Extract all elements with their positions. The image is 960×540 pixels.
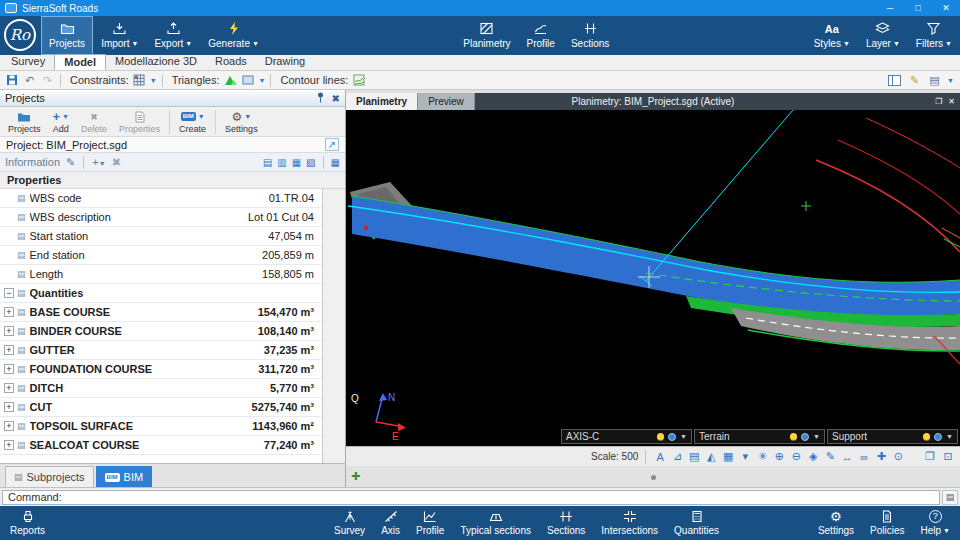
- zoom-out-icon[interactable]: ⊖: [789, 450, 803, 463]
- property-row-end-station[interactable]: ▤ End station 205,859 m: [0, 246, 322, 265]
- property-row-wbs-description[interactable]: ▤ WBS description Lot 01 Cut 04: [0, 208, 322, 227]
- tab-preview[interactable]: Preview: [418, 93, 475, 110]
- close-button[interactable]: ✕: [932, 0, 960, 16]
- property-row-quantities[interactable]: − ▤ Quantities: [0, 284, 322, 303]
- open-project-icon[interactable]: ↗: [325, 138, 339, 151]
- expand-icon[interactable]: +: [4, 421, 14, 431]
- measure-icon[interactable]: ⊿: [670, 450, 684, 463]
- property-row-cut[interactable]: + ▤ CUT 5275,740 m³: [0, 398, 322, 417]
- horizontal-scrollbar[interactable]: ✚: [346, 466, 960, 487]
- projects-tool-button[interactable]: Projects: [2, 108, 47, 135]
- triangles-options-icon[interactable]: [241, 73, 256, 88]
- grid-icon[interactable]: ▦: [331, 157, 340, 168]
- expand-icon[interactable]: [4, 250, 14, 260]
- scroll-thumb[interactable]: [651, 475, 656, 480]
- property-row-sealcoat-course[interactable]: + ▤ SEALCOAT COURSE 77,240 m³: [0, 436, 322, 455]
- tab-model[interactable]: Model: [54, 54, 106, 70]
- view-options-icon[interactable]: ▤: [927, 73, 942, 88]
- flat-view-icon[interactable]: ▧: [306, 157, 315, 168]
- profile-button[interactable]: Profile: [519, 16, 563, 55]
- chevron-down-icon[interactable]: ▼: [680, 433, 687, 440]
- expand-icon[interactable]: +: [4, 364, 14, 374]
- planimetry-button[interactable]: Planimetry: [455, 16, 518, 55]
- settings-tool-button[interactable]: ⚙▼ Settings: [219, 108, 264, 135]
- expand-icon[interactable]: [4, 269, 14, 279]
- zoom-extents-icon[interactable]: ∞: [857, 451, 871, 463]
- chevron-down-icon[interactable]: ▼: [947, 77, 954, 84]
- chevron-down-icon[interactable]: ▼: [150, 77, 157, 84]
- sections-button[interactable]: Sections: [563, 16, 617, 55]
- tab-subprojects[interactable]: ▤ Subprojects: [5, 466, 94, 487]
- panels-caret-icon[interactable]: ▾: [738, 450, 752, 463]
- orbit-icon[interactable]: ⊙: [891, 450, 905, 463]
- expand-icon[interactable]: +: [4, 383, 14, 393]
- close-panel-icon[interactable]: ✖: [332, 93, 340, 104]
- property-row-length[interactable]: ▤ Length 158,805 m: [0, 265, 322, 284]
- pin-icon[interactable]: [316, 92, 325, 105]
- pan-icon[interactable]: ✚: [874, 450, 888, 463]
- tab-planimetry[interactable]: Planimetry: [346, 93, 418, 110]
- layer-globe-icon[interactable]: [801, 433, 809, 441]
- tab-survey[interactable]: Survey: [2, 54, 54, 70]
- layer-globe-icon[interactable]: [668, 433, 676, 441]
- import-button[interactable]: Import▼: [93, 16, 146, 55]
- tab-modellazione-3d[interactable]: Modellazione 3D: [106, 54, 206, 70]
- property-row-start-station[interactable]: ▤ Start station 47,054 m: [0, 227, 322, 246]
- expand-icon[interactable]: +: [4, 326, 14, 336]
- triangles-icon[interactable]: [223, 73, 238, 88]
- property-row-ditch[interactable]: + ▤ DITCH 5,770 m³: [0, 379, 322, 398]
- tab-drawing[interactable]: Drawing: [256, 54, 314, 70]
- panels-icon[interactable]: ▦: [721, 450, 735, 463]
- expand-icon[interactable]: +: [4, 440, 14, 450]
- axis-button[interactable]: Axis: [373, 506, 408, 540]
- reports-button[interactable]: Reports: [2, 506, 53, 540]
- app-logo[interactable]: Ro: [4, 19, 36, 51]
- chevron-down-icon[interactable]: ▼: [813, 433, 820, 440]
- command-input[interactable]: Command:: [2, 490, 940, 505]
- contour-lines-icon[interactable]: [351, 73, 366, 88]
- tab-roads[interactable]: Roads: [206, 54, 256, 70]
- text-style-icon[interactable]: A: [653, 451, 667, 463]
- visibility-bulb-icon[interactable]: [657, 433, 664, 440]
- delete-button[interactable]: ✖ Delete: [75, 108, 113, 135]
- zoom-in-icon[interactable]: ⊕: [772, 450, 786, 463]
- quantities-button[interactable]: Quantities: [666, 506, 727, 540]
- add-property-icon[interactable]: +▼: [92, 156, 105, 168]
- create-button[interactable]: BIM▼ Create: [173, 108, 212, 135]
- edit-icon[interactable]: ✎: [66, 156, 75, 169]
- survey-button[interactable]: Survey: [326, 506, 373, 540]
- minimize-button[interactable]: ─: [876, 0, 904, 16]
- remove-property-icon[interactable]: ✖: [112, 156, 121, 169]
- typical-sections-button[interactable]: Typical sections: [452, 506, 539, 540]
- group-view-icon[interactable]: ▤: [263, 157, 272, 168]
- expand-icon[interactable]: +: [4, 307, 14, 317]
- constraints-icon[interactable]: [132, 73, 147, 88]
- chevron-down-icon[interactable]: ▼: [259, 77, 266, 84]
- close-view-icon[interactable]: ✕: [948, 97, 955, 106]
- property-row-topsoil-surface[interactable]: + ▤ TOPSOIL SURFACE 1143,960 m²: [0, 417, 322, 436]
- pages-icon[interactable]: ▤: [687, 450, 701, 463]
- layer-dropdown-terrain[interactable]: Terrain ▼: [694, 429, 825, 444]
- maximize-view-icon[interactable]: ❐: [923, 450, 937, 463]
- settings-button[interactable]: ⚙ Settings: [810, 506, 862, 540]
- columns-view-icon[interactable]: ▦: [292, 157, 301, 168]
- expand-icon[interactable]: −: [4, 288, 14, 298]
- property-row-binder-course[interactable]: + ▤ BINDER COURSE 108,140 m³: [0, 322, 322, 341]
- filters-button[interactable]: Filters▼: [908, 16, 960, 55]
- expand-icon[interactable]: [4, 193, 14, 203]
- layer-globe-icon[interactable]: [934, 433, 942, 441]
- export-button[interactable]: Export▼: [146, 16, 200, 55]
- maximize-button[interactable]: □: [904, 0, 932, 16]
- render-icon[interactable]: ◭: [704, 450, 718, 463]
- save-icon[interactable]: [4, 73, 19, 88]
- help-button[interactable]: ? Help▼: [912, 506, 958, 540]
- expand-icon[interactable]: [4, 212, 14, 222]
- sort-view-icon[interactable]: ▥: [277, 157, 286, 168]
- property-row-foundation-course[interactable]: + ▤ FOUNDATION COURSE 311,720 m³: [0, 360, 322, 379]
- projects-button[interactable]: Projects: [41, 16, 93, 55]
- generate-button[interactable]: Generate▼: [200, 16, 267, 55]
- restore-view-icon[interactable]: ❐: [935, 97, 942, 106]
- planimetry-canvas[interactable]: Q N E AXIS-C ▼ Terrain ▼ Support ▼: [346, 110, 960, 446]
- visibility-bulb-icon[interactable]: [923, 433, 930, 440]
- property-row-wbs-code[interactable]: ▤ WBS code 01.TR.04: [0, 189, 322, 208]
